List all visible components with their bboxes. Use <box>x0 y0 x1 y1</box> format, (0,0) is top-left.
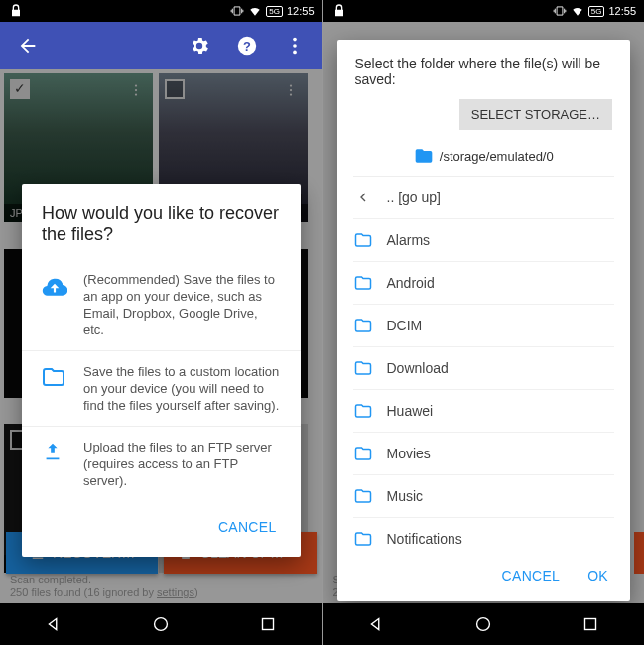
lock-icon <box>331 3 347 19</box>
folder-row[interactable]: Movies <box>353 433 615 475</box>
folder-icon <box>414 146 434 166</box>
folder-icon <box>42 363 69 414</box>
option-ftp[interactable]: Upload the files to an FTP server (requi… <box>22 426 301 501</box>
go-up-row[interactable]: .. [go up] <box>353 177 615 219</box>
lock-icon <box>8 3 24 19</box>
folder-row[interactable]: Android <box>353 262 615 305</box>
back-button[interactable] <box>8 26 48 65</box>
nav-bar <box>0 603 322 645</box>
status-time: 12:55 <box>287 5 315 17</box>
network-badge: 5G <box>588 6 605 17</box>
folder-icon <box>353 317 373 334</box>
status-time: 12:55 <box>608 5 636 17</box>
current-path: /storage/emulated/0 <box>337 142 631 176</box>
folder-name: DCIM <box>387 318 423 333</box>
folder-name: Android <box>387 275 435 291</box>
go-up-label: .. [go up] <box>387 190 441 205</box>
folder-name: Download <box>387 360 449 376</box>
recover-dialog: How would you like to recover the files?… <box>22 184 301 557</box>
folder-name: Notifications <box>387 531 462 547</box>
option-custom-location[interactable]: Save the files to a custom location on y… <box>22 350 301 426</box>
folder-icon <box>353 445 373 462</box>
nav-bar <box>323 603 645 645</box>
folder-row[interactable]: Huawei <box>353 390 615 433</box>
option-text: Save the files to a custom location on y… <box>83 363 281 414</box>
folder-icon <box>353 359 373 377</box>
folder-icon <box>353 487 373 505</box>
network-badge: 5G <box>266 6 283 17</box>
wifi-icon <box>248 4 262 18</box>
nav-home[interactable] <box>141 604 181 644</box>
dialog-title: How would you like to recover the files? <box>22 203 301 259</box>
folder-name: Huawei <box>387 403 434 419</box>
dialog-prompt: Select the folder where the file(s) will… <box>337 56 631 99</box>
phone-left: 5G 12:55 JPG, 180.48 KB JPG, 223.13 KB J… <box>0 0 322 645</box>
folder-row[interactable]: Music <box>353 475 615 518</box>
ok-button[interactable]: OK <box>578 560 618 591</box>
option-text: (Recommended) Save the files to an app o… <box>83 271 281 338</box>
toolbar <box>0 22 322 69</box>
folder-icon <box>353 231 373 249</box>
help-button[interactable] <box>227 26 267 65</box>
folder-name: Alarms <box>387 232 431 248</box>
upload-icon <box>42 439 69 489</box>
folder-name: Music <box>387 488 424 504</box>
folder-list: .. [go up] AlarmsAndroidDCIMDownloadHuaw… <box>353 176 615 550</box>
vibrate-icon <box>553 4 567 18</box>
folder-row[interactable]: DCIM <box>353 305 615 347</box>
nav-recent[interactable] <box>248 604 288 644</box>
select-storage-button[interactable]: SELECT STORAGE… <box>459 99 612 130</box>
folder-row[interactable]: Notifications <box>353 518 615 550</box>
folder-name: Movies <box>387 446 431 461</box>
nav-recent[interactable] <box>571 604 610 644</box>
chevron-left-icon <box>353 190 373 205</box>
wifi-icon <box>571 4 584 18</box>
cloud-upload-icon <box>42 271 69 338</box>
cancel-button[interactable]: CANCEL <box>208 511 287 543</box>
overflow-button[interactable] <box>275 26 315 65</box>
settings-button[interactable] <box>180 26 219 65</box>
folder-icon <box>353 274 373 292</box>
cancel-button[interactable]: CANCEL <box>492 560 571 591</box>
option-cloud-app[interactable]: (Recommended) Save the files to an app o… <box>22 259 301 350</box>
phone-right: 5G 12:55 Scan completed. 250 files found… <box>322 0 645 645</box>
folder-icon <box>353 402 373 420</box>
option-text: Upload the files to an FTP server (requi… <box>83 439 281 489</box>
status-bar: 5G 12:55 <box>0 0 322 22</box>
path-text: /storage/emulated/0 <box>440 149 554 164</box>
folder-icon <box>353 530 373 548</box>
nav-back[interactable] <box>34 604 73 644</box>
status-bar: 5G 12:55 <box>323 0 645 22</box>
folder-row[interactable]: Download <box>353 347 615 390</box>
nav-home[interactable] <box>463 604 503 644</box>
nav-back[interactable] <box>356 604 396 644</box>
vibrate-icon <box>230 4 244 18</box>
folder-picker-dialog: Select the folder where the file(s) will… <box>337 40 631 601</box>
folder-row[interactable]: Alarms <box>353 219 615 262</box>
